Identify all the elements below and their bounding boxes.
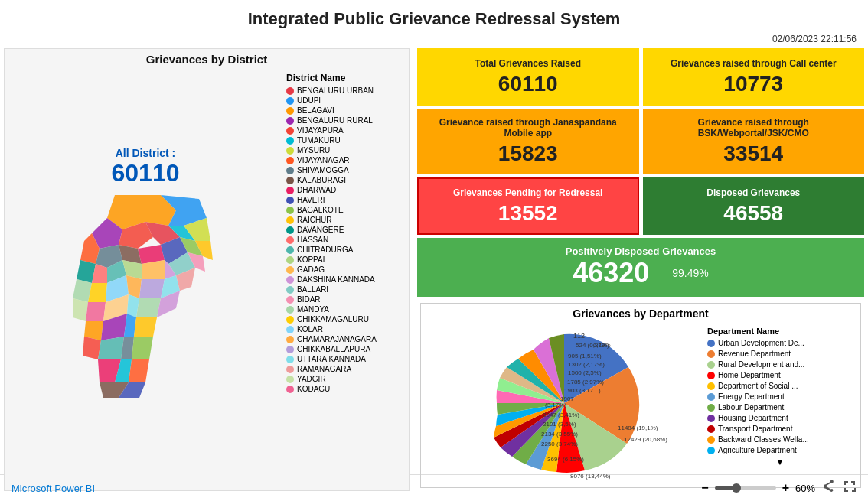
- svg-marker-26: [139, 279, 165, 298]
- call-center-label: Grievances raised through Call center: [671, 58, 837, 69]
- svg-marker-33: [136, 298, 161, 317]
- fullscreen-icon[interactable]: [843, 480, 857, 496]
- share-icon[interactable]: [821, 480, 835, 496]
- chart-title: Grievances by Department: [425, 307, 857, 320]
- pending-label: Grievances Pending for Redressal: [453, 187, 602, 198]
- chart-legend-item: Labour Department: [707, 403, 853, 412]
- svg-text:1302 (2,17%): 1302 (2,17%): [568, 361, 605, 368]
- call-center-card: Grievances raised through Call center 10…: [643, 48, 865, 106]
- legend-item: DHARWAD: [286, 186, 401, 194]
- pending-card: Grievances Pending for Redressal 13552: [417, 177, 639, 235]
- map-title: Grievances by District: [8, 53, 405, 66]
- legend-item: MANDYA: [286, 305, 401, 314]
- legend-item: MYSURU: [286, 146, 401, 155]
- all-district-count: 60110: [112, 159, 180, 187]
- janaspandana-value: 15823: [498, 142, 558, 166]
- chart-legend-item: Department of Social ...: [707, 382, 853, 390]
- chart-legend-item: Rural Development and...: [707, 360, 853, 369]
- legend-item: YADGIR: [286, 375, 401, 383]
- map-panel: Grievances by District All District : 60…: [4, 48, 410, 491]
- legend-item: CHIKKAMAGALURU: [286, 315, 401, 324]
- legend-item: KODAGU: [286, 385, 401, 393]
- timestamp: 02/06/2023 22:11:56: [0, 34, 868, 44]
- svg-text:1500 (2,5%): 1500 (2,5%): [568, 369, 602, 376]
- district-legend: District Name BENGALURU URBANUDUPIBELAGA…: [282, 69, 405, 486]
- legend-title: District Name: [286, 73, 401, 83]
- svg-marker-39: [83, 337, 101, 359]
- stats-grid: Total Grievances Raised 60110 Grievances…: [417, 48, 864, 235]
- zoom-in-button[interactable]: +: [782, 481, 789, 495]
- pending-value: 13552: [498, 201, 558, 226]
- pie-chart: 112 524 (0,87%) 0,19% 905 (1,51%) 1302 (…: [425, 323, 703, 483]
- zoom-controls: − + 60%: [701, 480, 857, 496]
- total-grievances-card: Total Grievances Raised 60110: [417, 48, 639, 106]
- legend-item: BELAGAVI: [286, 106, 401, 115]
- legend-item: KALABURAGI: [286, 176, 401, 184]
- pd-percent: 99.49%: [672, 267, 708, 279]
- right-panel: Total Grievances Raised 60110 Grievances…: [413, 44, 868, 495]
- svg-text:2047 (3,41%): 2047 (3,41%): [543, 412, 579, 418]
- chart-legend: Department Name Urban Development De...R…: [703, 323, 857, 483]
- disposed-card: Disposed Grievances 46558: [643, 177, 865, 235]
- svg-marker-29: [73, 298, 88, 321]
- chart-container: Grievances by Department: [420, 303, 861, 488]
- scroll-indicator: ▼: [707, 457, 853, 467]
- svg-text:3694 (6,15%): 3694 (6,15%): [547, 456, 584, 463]
- pd-label: Positively Disposed Grievances: [566, 246, 716, 257]
- disposed-label: Disposed Grievances: [706, 187, 800, 198]
- legend-item: DAVANGERE: [286, 226, 401, 234]
- pd-value: 46320: [573, 257, 649, 289]
- legend-item: VIJAYANAGAR: [286, 156, 401, 164]
- chart-legend-item: Urban Development De...: [707, 339, 853, 347]
- chart-legend-item: Energy Department: [707, 392, 853, 401]
- svg-text:1785 (2,97%): 1785 (2,97%): [567, 379, 604, 386]
- svg-text:2250 (3,74%): 2250 (3,74%): [541, 441, 578, 447]
- svg-text:2101 (3,5%): 2101 (3,5%): [543, 421, 576, 428]
- legend-item: RAMANAGARA: [286, 365, 401, 373]
- legend-item: HASSAN: [286, 236, 401, 244]
- karnataka-map: [69, 187, 222, 409]
- legend-item: KOPPAL: [286, 255, 401, 264]
- svg-marker-42: [132, 337, 153, 359]
- janaspandana-card: Grievance raised through Janaspandana Mo…: [417, 109, 639, 174]
- disposed-value: 46558: [723, 201, 783, 226]
- page-header: Integrated Public Grievance Redressal Sy…: [0, 0, 868, 44]
- all-district-label: All District :: [116, 147, 176, 159]
- legend-item: CHIKKABALLAPURA: [286, 345, 401, 353]
- bsk-card: Grievance raised through BSK/Webportal/J…: [643, 109, 865, 174]
- svg-text:905 (1,51%): 905 (1,51%): [568, 353, 602, 359]
- legend-item: UTTARA KANNADA: [286, 355, 401, 363]
- legend-item: BALLARI: [286, 285, 401, 294]
- legend-item: HAVERI: [286, 196, 401, 204]
- legend-item: KOLAR: [286, 325, 401, 333]
- svg-text:(3,17%): (3,17%): [545, 402, 566, 408]
- legend-item: BAGALKOTE: [286, 206, 401, 214]
- legend-item: RAICHUR: [286, 216, 401, 224]
- svg-text:11484 (19,1%): 11484 (19,1%): [618, 425, 658, 431]
- legend-item: BIDAR: [286, 295, 401, 304]
- chart-legend-item: Home Department: [707, 371, 853, 379]
- right-icons: [821, 480, 857, 496]
- legend-item: VIJAYAPURA: [286, 126, 401, 135]
- chart-legend-item: Transport Department: [707, 425, 853, 433]
- chart-legend-item: Housing Department: [707, 414, 853, 422]
- svg-text:12429 (20,68%): 12429 (20,68%): [624, 436, 667, 443]
- legend-item: BENGALURU RURAL: [286, 116, 401, 125]
- svg-text:1903 (3,17...): 1903 (3,17...): [564, 387, 601, 394]
- legend-item: CHAMARAJANAGARA: [286, 335, 401, 343]
- powerbi-link[interactable]: Microsoft Power BI: [11, 483, 95, 494]
- zoom-level: 60%: [795, 483, 815, 494]
- svg-marker-30: [86, 302, 106, 321]
- page-title: Integrated Public Grievance Redressal Sy…: [0, 0, 868, 38]
- zoom-out-button[interactable]: −: [701, 481, 708, 495]
- chart-legend-item: Revenue Department: [707, 350, 853, 358]
- total-grievances-label: Total Grievances Raised: [475, 58, 581, 69]
- zoom-slider[interactable]: [715, 486, 776, 490]
- svg-marker-45: [129, 359, 149, 382]
- legend-item: UDUPI: [286, 96, 401, 105]
- svg-text:8076 (13,44%): 8076 (13,44%): [570, 473, 611, 480]
- svg-marker-38: [134, 317, 157, 337]
- chart-legend-item: Agriculture Department: [707, 446, 853, 454]
- chart-legend-item: Backward Classes Welfa...: [707, 435, 853, 444]
- legend-item: CHITRADURGA: [286, 246, 401, 254]
